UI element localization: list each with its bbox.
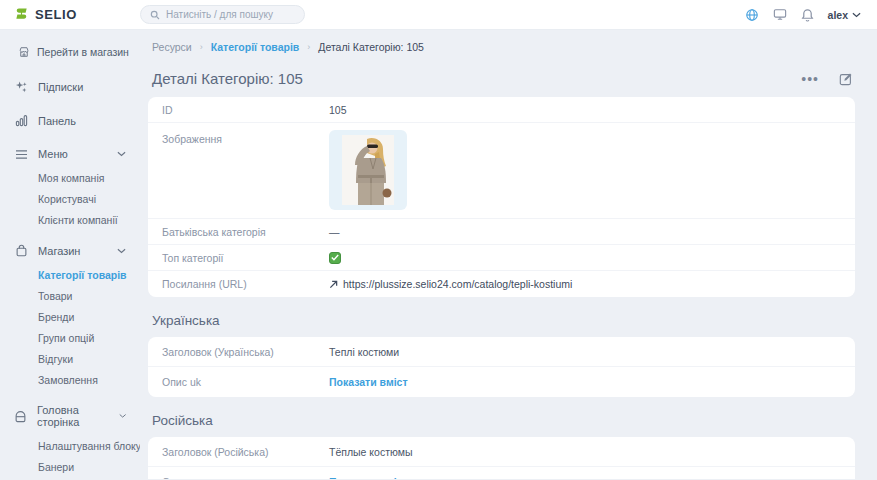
display-icon[interactable] (773, 8, 787, 21)
category-image-thumbnail[interactable] (329, 130, 407, 210)
shopping-bag-icon (14, 244, 28, 257)
ukrainian-section-card: Заголовок (Українська) Теплі костюми Опи… (148, 337, 855, 397)
sidebar-item-menu[interactable]: Меню (0, 141, 140, 167)
detail-row-image: Зображення (148, 123, 855, 219)
external-link-icon (329, 280, 338, 289)
top-category-checkbox-checked[interactable] (329, 252, 341, 264)
breadcrumb: Ресурси › Категорії товарів › Деталі Кат… (152, 41, 855, 53)
edit-button[interactable] (839, 72, 853, 86)
sidebar-item-home-page[interactable]: Головна сторінка (0, 397, 140, 435)
category-photo (342, 135, 394, 205)
sidebar-item-subscriptions[interactable]: Підписки (0, 73, 140, 100)
sidebar-item-shop[interactable]: Магазин (0, 237, 140, 264)
row-value: — (329, 226, 340, 238)
detail-row-id: ID 105 (148, 97, 855, 123)
globe-icon[interactable] (745, 8, 759, 22)
sidebar-item-orders[interactable]: Замовлення (0, 369, 140, 390)
search-placeholder: Натисніть / для пошуку (166, 9, 273, 20)
hamburger-icon (14, 149, 28, 160)
url-text: https://plussize.selio24.com/catalog/tep… (343, 278, 572, 290)
sidebar-item-label: Магазин (38, 245, 80, 257)
detail-row-title-uk: Заголовок (Українська) Теплі костюми (148, 337, 855, 367)
sidebar-item-company-clients[interactable]: Клієнти компанії (0, 209, 140, 230)
selio-logo-icon (14, 7, 29, 22)
row-label: Батьківська категорія (162, 226, 329, 238)
detail-row-description-uk: Опис uk Показати вміст (148, 367, 855, 397)
breadcrumb-separator-icon: › (200, 42, 203, 52)
sidebar-item-my-company[interactable]: Моя компанія (0, 167, 140, 188)
row-label: Заголовок (Російська) (162, 446, 329, 458)
user-name: alex (828, 9, 848, 21)
breadcrumb-current: Деталі Категорію: 105 (318, 41, 424, 53)
detail-row-title-ru: Заголовок (Російська) Тёплые костюмы (148, 437, 855, 467)
category-url-link[interactable]: https://plussize.selio24.com/catalog/tep… (329, 278, 572, 290)
sidebar-item-label: Меню (38, 148, 68, 160)
page-title: Деталі Категорію: 105 (152, 70, 303, 87)
show-content-link-ru[interactable]: Показати вміст (329, 476, 408, 479)
sidebar-item-product-categories[interactable]: Категорії товарів (0, 264, 140, 285)
logo[interactable]: SELIO (0, 7, 140, 22)
sidebar-item-pages[interactable]: Сторінки (0, 477, 140, 479)
top-header: SELIO Натисніть / для пошуку alex (0, 0, 877, 30)
row-value: Тёплые костюмы (329, 446, 413, 458)
sidebar-item-option-groups[interactable]: Групи опцій (0, 327, 140, 348)
detail-row-description-ru: Опис ru Показати вміст (148, 467, 855, 479)
sidebar-item-banners[interactable]: Банери (0, 456, 140, 477)
sidebar-item-label: Перейти в магазин (37, 46, 129, 58)
search-icon (150, 10, 160, 20)
chevron-down-icon (852, 12, 861, 18)
row-label: Опис ru (162, 476, 329, 479)
row-label: Опис uk (162, 376, 329, 388)
detail-row-parent-category: Батьківська категорія — (148, 219, 855, 245)
row-label: ID (162, 104, 329, 116)
section-heading-ukrainian: Українська (152, 313, 855, 328)
sidebar-item-go-to-shop[interactable]: Перейти в магазин (0, 38, 140, 66)
sidebar-item-block-settings[interactable]: Налаштування блоку (0, 435, 140, 456)
breadcrumb-separator-icon: › (307, 42, 310, 52)
row-label: Зображення (162, 130, 329, 145)
row-value: 105 (329, 104, 347, 116)
sidebar-item-brands[interactable]: Бренди (0, 306, 140, 327)
more-options-button[interactable]: ••• (801, 75, 819, 83)
row-label: Посилання (URL) (162, 278, 329, 290)
bar-chart-icon (14, 114, 28, 127)
breadcrumb-categories[interactable]: Категорії товарів (211, 41, 300, 53)
show-content-link-uk[interactable]: Показати вміст (329, 376, 408, 388)
global-search-input[interactable]: Натисніть / для пошуку (140, 5, 305, 24)
sidebar-item-dashboard[interactable]: Панель (0, 107, 140, 134)
detail-row-url: Посилання (URL) https://plussize.selio24… (148, 271, 855, 297)
sidebar-item-products[interactable]: Товари (0, 285, 140, 306)
header-actions: alex (745, 8, 877, 22)
sidebar-item-reviews[interactable]: Відгуки (0, 348, 140, 369)
storefront-icon (17, 46, 31, 58)
home-page-icon (14, 410, 27, 423)
page-title-row: Деталі Категорію: 105 ••• (152, 70, 853, 87)
bell-icon[interactable] (801, 8, 814, 22)
row-label: Заголовок (Українська) (162, 346, 329, 358)
breadcrumb-resources[interactable]: Ресурси (152, 41, 192, 53)
sidebar-item-users[interactable]: Користувачі (0, 188, 140, 209)
chevron-down-icon (119, 413, 126, 419)
chevron-down-icon (117, 151, 126, 157)
chevron-down-icon (117, 248, 126, 254)
sparkles-icon (14, 80, 28, 93)
sidebar-item-label: Головна сторінка (37, 404, 109, 428)
sidebar: Перейти в магазин Підписки Панель Меню М… (0, 30, 140, 479)
section-heading-russian: Російська (152, 413, 855, 428)
user-menu[interactable]: alex (828, 9, 861, 21)
russian-section-card: Заголовок (Російська) Тёплые костюмы Опи… (148, 437, 855, 479)
detail-row-top-category: Топ категорії (148, 245, 855, 271)
row-label: Топ категорії (162, 252, 329, 264)
category-details-card: ID 105 Зображення (148, 97, 855, 297)
row-value: Теплі костюми (329, 346, 399, 358)
sidebar-item-label: Панель (38, 115, 76, 127)
main-content: Ресурси › Категорії товарів › Деталі Кат… (140, 30, 877, 479)
logo-text: SELIO (35, 7, 77, 22)
sidebar-item-label: Підписки (38, 81, 83, 93)
